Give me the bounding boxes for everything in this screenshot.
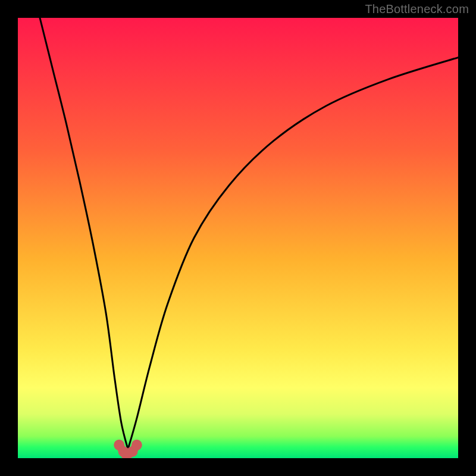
- chart-frame: TheBottleneck.com: [0, 0, 476, 476]
- highlight-dot: [131, 440, 142, 450]
- bottleneck-curve-left-path: [40, 18, 128, 449]
- watermark-label: TheBottleneck.com: [365, 2, 469, 16]
- curve-layer: [18, 18, 458, 458]
- plot-area: [18, 18, 458, 458]
- highlight-dots: [114, 440, 142, 458]
- bottleneck-curve-right-path: [128, 58, 458, 450]
